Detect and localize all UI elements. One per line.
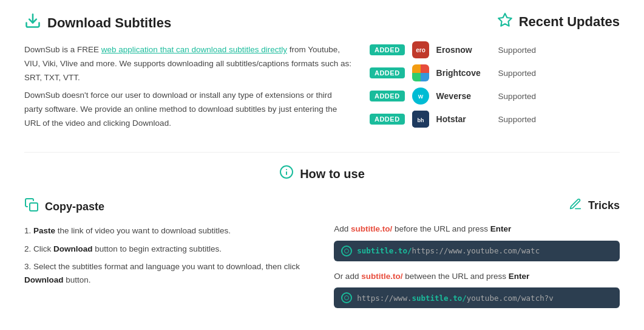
step1-rest: the link of video you want to download s… xyxy=(55,226,231,235)
brightcove-icon xyxy=(412,64,429,81)
step-1: 1. Paste the link of video you want to d… xyxy=(24,224,310,238)
description-block: DownSub is a FREE web application that c… xyxy=(24,43,352,131)
erosnow-name: Erosnow xyxy=(436,45,491,55)
badge-weverse: ADDED xyxy=(370,91,405,101)
tip2-prefix: Or add xyxy=(334,272,361,281)
url-highlight-1: subtitle.to/ xyxy=(357,246,412,255)
step2-prefix: 2. Click xyxy=(24,244,53,253)
main-container: Download Subtitles DownSub is a FREE web… xyxy=(0,0,644,329)
hotstar-icon: bh xyxy=(412,111,429,128)
recent-updates-heading: Recent Updates xyxy=(519,14,620,30)
description-p1: DownSub is a FREE web application that c… xyxy=(24,43,352,85)
weverse-status: Supported xyxy=(498,92,536,101)
star-icon xyxy=(497,12,513,32)
update-row-3: ADDED bh Hotstar Supported xyxy=(370,111,620,128)
tip1-link[interactable]: subtitle.to/ xyxy=(351,224,392,233)
tricks-heading: Tricks xyxy=(588,199,620,212)
step-2: 2. Click Download button to begin extrac… xyxy=(24,242,310,256)
url-text-1: subtitle.to/https://www.youtube.com/watc xyxy=(357,246,540,255)
erosnow-status: Supported xyxy=(498,46,536,55)
svg-text:W: W xyxy=(418,94,423,100)
tip2-link[interactable]: subtitle.to/ xyxy=(361,272,402,281)
url-lock-icon-1 xyxy=(341,246,352,256)
tip2-enter: Enter xyxy=(509,272,530,281)
tricks-panel: Tricks Add subtitle.to/ before the URL a… xyxy=(334,198,620,317)
step3-rest: button. xyxy=(64,275,91,284)
badge-brightcove: ADDED xyxy=(370,67,405,78)
bottom-section: Copy-paste 1. Paste the link of video yo… xyxy=(24,198,620,317)
how-to-use-heading: How to use xyxy=(300,167,365,181)
svg-marker-1 xyxy=(498,13,512,26)
download-subtitle-title: Download Subtitles xyxy=(47,15,171,31)
download-icon xyxy=(24,12,41,33)
update-row-2: ADDED W Weverse Supported xyxy=(370,88,620,105)
url-bar-1: subtitle.to/https://www.youtube.com/watc xyxy=(334,241,620,261)
hotstar-status: Supported xyxy=(498,115,536,124)
hotstar-name: Hotstar xyxy=(436,114,491,124)
url-text-2: https://www.subtitle.to/youtube.com/watc… xyxy=(357,294,554,303)
download-title-row: Download Subtitles xyxy=(24,12,352,33)
left-panel: Download Subtitles DownSub is a FREE web… xyxy=(24,12,352,131)
svg-rect-11 xyxy=(30,203,38,211)
tip1-enter: Enter xyxy=(490,224,512,233)
trick-tip1: Add subtitle.to/ before the URL and pres… xyxy=(334,222,620,236)
step1-prefix: 1. xyxy=(24,226,33,235)
steps-list: 1. Paste the link of video you want to d… xyxy=(24,224,310,286)
trick-tip2: Or add subtitle.to/ between the URL and … xyxy=(334,270,620,283)
how-to-use-title-row: How to use xyxy=(24,165,620,183)
copy-paste-heading: Copy-paste xyxy=(45,201,104,213)
brightcove-status: Supported xyxy=(498,69,536,78)
step3-prefix: 3. Select the subtitles format and langu… xyxy=(24,262,300,271)
badge-erosnow: ADDED xyxy=(370,44,405,55)
step2-rest: button to begin extracting subtitles. xyxy=(93,244,222,253)
desc-text-1: DownSub is a FREE xyxy=(24,45,101,54)
step2-bold: Download xyxy=(53,244,93,253)
recent-updates-title-row: Recent Updates xyxy=(370,12,620,32)
tricks-title-row: Tricks xyxy=(334,198,620,214)
url-rest-1: https://www.youtube.com/watc xyxy=(412,246,540,255)
info-icon xyxy=(279,165,294,183)
desc-link[interactable]: web application that can download subtit… xyxy=(101,45,287,54)
top-section: Download Subtitles DownSub is a FREE web… xyxy=(24,12,620,134)
right-panel: Recent Updates ADDED ero Erosnow Support… xyxy=(370,12,620,134)
tip1-prefix: Add xyxy=(334,224,351,233)
how-to-use-section: How to use Copy-paste 1. Paste the link … xyxy=(24,152,620,317)
weverse-icon: W xyxy=(412,88,429,105)
url-bar-2: https://www.subtitle.to/youtube.com/watc… xyxy=(334,287,620,308)
badge-hotstar: ADDED xyxy=(370,114,405,125)
step1-bold: Paste xyxy=(33,226,55,235)
brightcove-name: Brightcove xyxy=(436,68,491,78)
copy-paste-title-row: Copy-paste xyxy=(24,198,310,216)
pencil-icon xyxy=(569,198,582,214)
description-p2: DownSub doesn't force our user to downlo… xyxy=(24,89,352,131)
weverse-name: Weverse xyxy=(436,91,491,101)
copy-paste-panel: Copy-paste 1. Paste the link of video yo… xyxy=(24,198,310,291)
update-row-0: ADDED ero Erosnow Supported xyxy=(370,41,620,58)
svg-text:bh: bh xyxy=(417,117,424,123)
step-3: 3. Select the subtitles format and langu… xyxy=(24,260,310,286)
erosnow-icon: ero xyxy=(412,41,429,58)
tip2-suffix: between the URL and press xyxy=(402,272,508,281)
url-rest-2: youtube.com/watch?v xyxy=(467,294,554,303)
url-lock-icon-2 xyxy=(341,292,352,303)
tip1-suffix: before the URL and press xyxy=(392,224,490,233)
svg-text:ero: ero xyxy=(416,47,425,53)
copy-icon xyxy=(24,198,39,216)
step3-bold: Download xyxy=(24,275,64,284)
url-start-2: https://www. xyxy=(357,294,412,303)
update-row-1: ADDED Brightcove Supported xyxy=(370,64,620,81)
url-highlight-2: subtitle.to/ xyxy=(412,294,466,303)
